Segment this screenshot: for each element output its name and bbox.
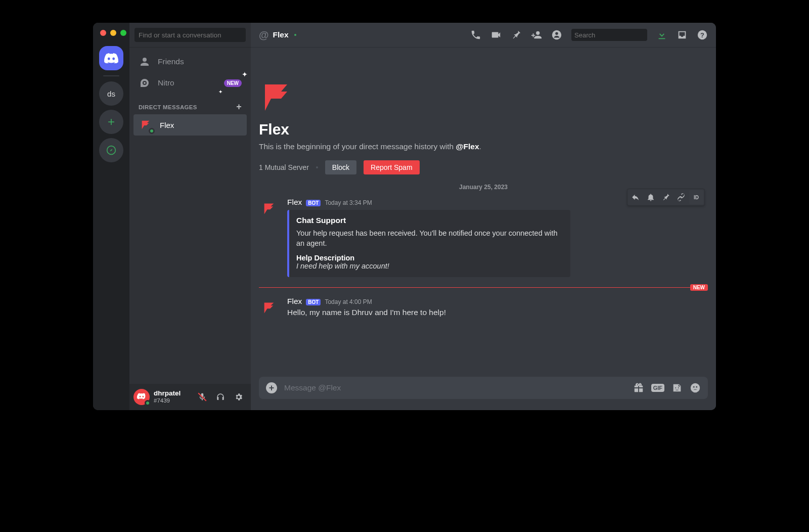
svg-point-2 [555, 32, 558, 35]
titlebar-actions: ? [470, 29, 708, 41]
friends-nav[interactable]: Friends [133, 51, 247, 72]
hero-title: Flex [259, 121, 708, 138]
hero-text: . [479, 142, 481, 151]
add-friend-button[interactable] [531, 29, 542, 40]
video-call-button[interactable] [490, 29, 502, 40]
copy-link-button[interactable] [674, 190, 688, 204]
nitro-icon [139, 77, 151, 89]
search-box[interactable] [571, 29, 647, 41]
hero-text: This is the beginning of your direct mes… [259, 142, 456, 151]
mutual-servers[interactable]: 1 Mutual Server [259, 163, 309, 171]
search-input[interactable] [574, 31, 659, 39]
download-icon [656, 29, 667, 40]
embed-field-value: I need help with my account! [296, 262, 563, 270]
gift-button[interactable] [633, 382, 644, 393]
user-settings-button[interactable] [231, 389, 247, 405]
bell-icon [646, 193, 655, 202]
traffic-lights [100, 30, 126, 36]
message-text: Hello, my name is Dhruv and I'm here to … [287, 307, 446, 318]
react-button[interactable] [644, 190, 658, 204]
message-avatar[interactable] [259, 199, 279, 219]
window-close[interactable] [100, 30, 106, 36]
sparkle-icon: ✦ [218, 89, 222, 95]
svg-point-5 [691, 383, 700, 392]
sticker-button[interactable] [671, 382, 683, 393]
bot-badge: BOT [306, 299, 321, 305]
copy-id-button[interactable]: ID [689, 190, 703, 204]
deafen-button[interactable] [212, 389, 229, 405]
nitro-nav[interactable]: Nitro NEW ✦ ✦ [133, 72, 247, 94]
friends-icon [139, 56, 151, 68]
conversation-search [129, 23, 251, 47]
mute-mic-button[interactable] [194, 389, 210, 405]
window-zoom[interactable] [120, 30, 126, 36]
status-online-icon [149, 128, 155, 134]
add-user-icon [531, 29, 542, 40]
dm-nav: Friends Nitro NEW ✦ ✦ [129, 47, 251, 94]
gif-button[interactable]: GIF [651, 382, 664, 393]
inbox-button[interactable] [677, 29, 688, 40]
hero-subtitle: This is the beginning of your direct mes… [259, 142, 708, 151]
chat-scroll[interactable]: Flex This is the beginning of your direc… [251, 47, 716, 377]
inbox-icon [677, 29, 688, 40]
server-ds[interactable]: ds [99, 81, 123, 106]
user-profile-button[interactable] [551, 29, 562, 40]
composer-box: + GIF [259, 377, 708, 399]
conversation-search-input[interactable] [134, 28, 246, 42]
flex-logo-icon [262, 301, 276, 315]
message-toolbar: ID [627, 189, 705, 206]
headphones-icon [216, 392, 225, 402]
voice-call-button[interactable] [470, 29, 481, 40]
composer-icons: GIF [633, 382, 701, 393]
user-actions [194, 389, 247, 405]
hero-actions: 1 Mutual Server Block Report Spam [259, 160, 708, 174]
at-icon: @ [259, 29, 269, 41]
svg-point-7 [696, 386, 697, 388]
message-author[interactable]: Flex [287, 198, 302, 207]
message-avatar[interactable] [259, 298, 279, 318]
dm-item-flex[interactable]: Flex [133, 114, 247, 136]
nitro-new-badge: NEW [224, 79, 242, 87]
pin-icon [661, 193, 670, 202]
home-button[interactable] [99, 46, 123, 70]
message-timestamp: Today at 3:34 PM [325, 199, 372, 206]
gift-icon [633, 382, 644, 393]
compass-icon [106, 145, 116, 155]
user-tag: #7439 [154, 397, 181, 404]
help-button[interactable]: ? [697, 29, 708, 40]
reply-icon [631, 193, 640, 202]
pin-message-button[interactable] [659, 190, 673, 204]
video-icon [490, 29, 502, 40]
create-dm-button[interactable]: + [236, 102, 242, 112]
new-badge: NEW [690, 284, 708, 291]
reply-button[interactable] [628, 190, 643, 204]
phone-icon [470, 29, 481, 40]
composer: + GIF [251, 377, 716, 410]
channel-titlebar: @ Flex ? [251, 23, 716, 47]
user-avatar[interactable] [133, 389, 150, 405]
block-button[interactable]: Block [325, 160, 356, 174]
report-spam-button[interactable]: Report Spam [364, 160, 419, 174]
dm-hero: Flex This is the beginning of your direc… [259, 55, 708, 174]
message-header: Flex BOT Today at 4:00 PM [287, 297, 446, 306]
hero-avatar [259, 80, 293, 115]
message-author[interactable]: Flex [287, 297, 302, 306]
explore-servers-button[interactable] [99, 138, 123, 162]
add-server-button[interactable]: + [99, 110, 123, 134]
message-header: Flex BOT Today at 3:34 PM [287, 198, 570, 207]
channel-title: Flex [273, 30, 289, 39]
pinned-messages-button[interactable] [511, 29, 522, 40]
embed-title: Chat Support [296, 216, 563, 225]
status-online-icon [145, 400, 151, 406]
emoji-button[interactable] [690, 382, 701, 393]
download-button[interactable] [656, 29, 667, 40]
nitro-label: Nitro [158, 78, 174, 87]
sticker-icon [671, 382, 683, 393]
composer-input[interactable] [284, 383, 626, 392]
attach-button[interactable]: + [266, 382, 277, 393]
dm-section-header: DIRECT MESSAGES + [129, 94, 251, 114]
hero-mention: @Flex [456, 142, 479, 151]
window-minimize[interactable] [110, 30, 116, 36]
message: ID Flex BOT Today at 3:34 PM Chat Suppor… [259, 195, 708, 282]
dot-separator [316, 166, 318, 168]
